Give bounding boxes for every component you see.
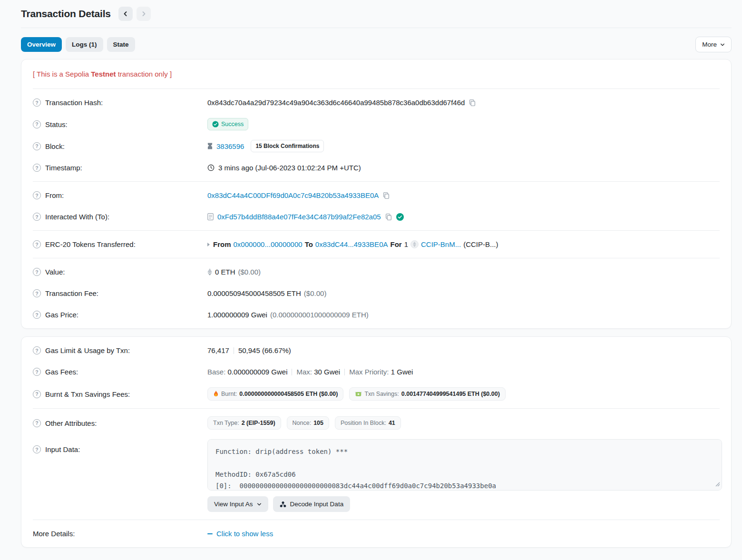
chevron-down-icon xyxy=(720,42,725,47)
resize-handle[interactable] xyxy=(715,480,720,488)
txn-type-label: Txn Type: xyxy=(213,420,239,426)
tab-logs[interactable]: Logs (1) xyxy=(66,37,103,52)
help-icon[interactable] xyxy=(33,289,41,297)
timestamp-label-group: Timestamp: xyxy=(33,164,207,172)
gas-price-label-group: Gas Price: xyxy=(33,311,207,319)
help-icon[interactable] xyxy=(33,98,41,107)
transaction-fee-value-group: 0.000050945000458505 ETH ($0.00) xyxy=(207,289,326,297)
row-gas-fees: Gas Fees: Base: 0.000000009 Gwei Max: 30… xyxy=(33,361,720,383)
decode-input-data-label: Decode Input Data xyxy=(290,501,344,508)
decode-icon xyxy=(280,501,286,508)
gas-price-eth: (0.000000001000000009 ETH) xyxy=(270,311,369,319)
view-input-as-button[interactable]: View Input As xyxy=(207,496,268,512)
next-transaction-button[interactable] xyxy=(137,7,151,21)
help-icon[interactable] xyxy=(33,164,41,172)
contract-document-icon xyxy=(207,213,214,220)
position-in-block-value: 41 xyxy=(389,420,395,426)
more-dropdown-button[interactable]: More xyxy=(695,37,732,52)
burnt-fees-badge: Burnt: 0.000000000000458505 ETH ($0.00) xyxy=(207,387,343,401)
other-attributes-label: Other Attributes: xyxy=(45,419,97,427)
help-icon[interactable] xyxy=(33,142,41,150)
chevron-right-icon xyxy=(141,11,146,17)
help-icon[interactable] xyxy=(33,191,41,199)
more-details-label: More Details: xyxy=(33,530,75,538)
erc20-from-label: From xyxy=(213,240,231,248)
txn-savings-badge: Txn Savings: 0.001477404999541495 ETH ($… xyxy=(349,387,505,401)
token-name-link[interactable]: CCIP-BnM... xyxy=(421,240,461,248)
show-less-link[interactable]: Click to show less xyxy=(207,530,273,538)
help-icon[interactable] xyxy=(33,240,41,248)
gas-fees-base-value: 0.000000009 Gwei xyxy=(228,368,288,376)
help-icon[interactable] xyxy=(33,311,41,319)
section-value-fees: Value: 0 ETH ($0.00) Transaction Fee: 0 xyxy=(33,258,720,328)
copy-icon[interactable] xyxy=(469,99,476,107)
section-gas: Gas Limit & Usage by Txn: 76,417 50,945 … xyxy=(33,337,720,409)
testnet-warning: [ This is a Sepolia Testnet transaction … xyxy=(33,59,720,89)
help-icon[interactable] xyxy=(33,445,41,453)
tab-overview[interactable]: Overview xyxy=(21,37,62,52)
gas-limit-label: Gas Limit & Usage by Txn: xyxy=(45,346,130,354)
erc20-to-address-link[interactable]: 0x83dC44...4933BE0A xyxy=(315,240,388,248)
tabs: Overview Logs (1) State xyxy=(21,37,135,52)
position-in-block-label: Position In Block: xyxy=(341,420,386,426)
prev-transaction-button[interactable] xyxy=(118,7,133,21)
vertical-divider xyxy=(344,369,345,375)
gas-price-value-group: 1.000000009 Gwei (0.000000001000000009 E… xyxy=(207,311,369,319)
erc20-amount: 1 xyxy=(404,240,408,248)
row-transaction-hash: Transaction Hash: 0x843dc70a4a29d79234c4… xyxy=(33,92,720,113)
transaction-fee-usd: ($0.00) xyxy=(304,289,327,297)
from-label-group: From: xyxy=(33,191,207,199)
from-address-link[interactable]: 0x83dC44a4C00DFf69d0A0c7c94B20b53a4933BE… xyxy=(207,191,379,199)
value-label: Value: xyxy=(45,268,65,276)
row-from: From: 0x83dC44a4C00DFf69d0A0c7c94B20b53a… xyxy=(33,185,720,206)
input-data-textarea[interactable]: Function: drip(address token) *** Method… xyxy=(207,439,722,491)
help-icon[interactable] xyxy=(33,120,41,128)
interacted-with-address-link[interactable]: 0xFd57b4ddBf88a4e07fF4e34C487b99af2Fe82a… xyxy=(217,213,381,221)
input-data-value-group: Function: drip(address token) *** Method… xyxy=(207,439,722,512)
status-value-group: Success xyxy=(207,118,248,130)
interacted-with-label: Interacted With (To): xyxy=(45,213,109,221)
caret-right-icon[interactable] xyxy=(207,243,210,246)
row-more-details: More Details: Click to show less xyxy=(33,523,720,544)
testnet-warning-bold: Testnet xyxy=(91,70,116,78)
fire-icon xyxy=(213,391,219,397)
section-from-to: From: 0x83dC44a4C00DFf69d0A0c7c94B20b53a… xyxy=(33,182,720,231)
erc20-from-address-link[interactable]: 0x000000...00000000 xyxy=(234,240,303,248)
help-icon[interactable] xyxy=(33,346,41,354)
help-icon[interactable] xyxy=(33,419,41,427)
eth-diamond-icon xyxy=(207,268,212,275)
gas-price-label: Gas Price: xyxy=(45,311,78,319)
row-burnt-savings: Burnt & Txn Savings Fees: Burnt: 0.00000… xyxy=(33,383,720,405)
row-gas-limit-usage: Gas Limit & Usage by Txn: 76,417 50,945 … xyxy=(33,340,720,361)
nonce-badge: Nonce: 105 xyxy=(287,416,329,430)
help-icon[interactable] xyxy=(33,390,41,398)
decode-input-data-button[interactable]: Decode Input Data xyxy=(273,496,351,512)
value-label-group: Value: xyxy=(33,268,207,276)
gas-usage-value: 50,945 (66.67%) xyxy=(238,346,291,354)
copy-icon[interactable] xyxy=(385,213,392,221)
block-number-link[interactable]: 3836596 xyxy=(216,142,244,150)
transaction-fee-label-group: Transaction Fee: xyxy=(33,289,207,297)
status-label-group: Status: xyxy=(33,120,207,128)
other-attributes-value-group: Txn Type: 2 (EIP-1559) Nonce: 105 Positi… xyxy=(207,416,401,430)
minus-icon xyxy=(207,533,213,534)
gas-limit-value-group: 76,417 50,945 (66.67%) xyxy=(207,346,291,354)
row-value: Value: 0 ETH ($0.00) xyxy=(33,261,720,283)
check-circle-icon xyxy=(212,121,219,128)
copy-icon[interactable] xyxy=(382,192,390,199)
from-value-group: 0x83dC44a4C00DFf69d0A0c7c94B20b53a4933BE… xyxy=(207,191,390,199)
erc20-for-label: For xyxy=(390,240,401,248)
help-icon[interactable] xyxy=(33,268,41,276)
tab-state[interactable]: State xyxy=(107,37,135,52)
txn-type-badge: Txn Type: 2 (EIP-1559) xyxy=(207,416,281,430)
transaction-hash-value: 0x843dc70a4a29d79234c49a904c363d6c46640a… xyxy=(207,98,465,107)
more-label: More xyxy=(702,41,717,48)
help-icon[interactable] xyxy=(33,213,41,221)
help-icon[interactable] xyxy=(33,368,41,376)
transaction-fee-amount: 0.000050945000458505 ETH xyxy=(207,289,301,297)
section-attributes-input: Other Attributes: Txn Type: 2 (EIP-1559)… xyxy=(33,409,720,520)
show-less-link-text: Click to show less xyxy=(216,530,273,538)
row-input-data: Input Data: Function: drip(address token… xyxy=(33,434,720,517)
gas-fees-priority-value: 1 Gwei xyxy=(391,368,413,376)
money-with-wings-icon xyxy=(355,391,362,397)
